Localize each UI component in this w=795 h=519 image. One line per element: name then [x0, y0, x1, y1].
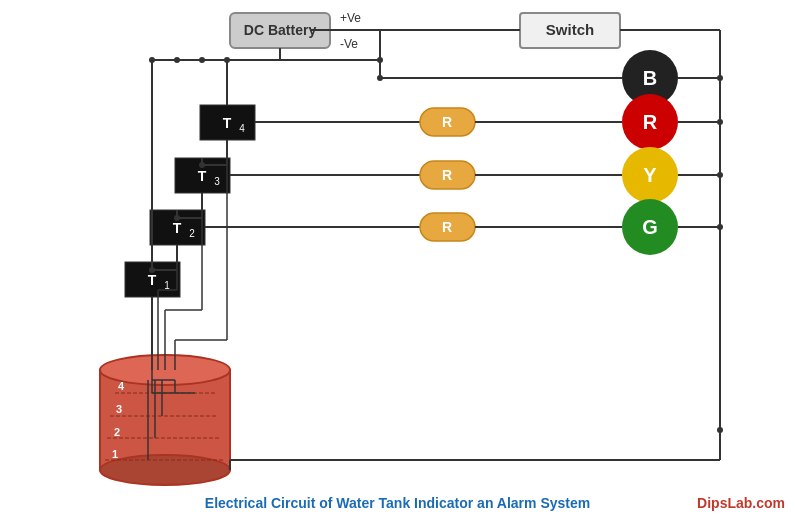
svg-point-67 — [149, 267, 155, 273]
svg-text:2: 2 — [114, 426, 120, 438]
svg-text:G: G — [642, 216, 658, 238]
svg-text:4: 4 — [118, 380, 125, 392]
svg-text:T: T — [223, 115, 232, 131]
svg-point-108 — [717, 119, 723, 125]
svg-point-69 — [199, 57, 205, 63]
svg-point-112 — [377, 57, 383, 63]
svg-text:R: R — [643, 111, 658, 133]
svg-point-113 — [377, 75, 383, 81]
svg-text:1: 1 — [112, 448, 118, 460]
svg-text:-Ve: -Ve — [340, 37, 358, 51]
diagram-container: DC Battery +Ve -Ve Switch B — [0, 0, 795, 519]
svg-point-70 — [174, 57, 180, 63]
svg-text:T: T — [173, 220, 182, 236]
svg-point-107 — [717, 75, 723, 81]
svg-text:DC Battery: DC Battery — [244, 22, 317, 38]
svg-point-68 — [224, 57, 230, 63]
svg-point-66 — [174, 215, 180, 221]
footer-title: Electrical Circuit of Water Tank Indicat… — [205, 495, 590, 511]
svg-point-71 — [149, 57, 155, 63]
brand-label: DipsLab.com — [697, 495, 785, 511]
svg-text:T: T — [148, 272, 157, 288]
svg-text:2: 2 — [189, 228, 195, 239]
svg-text:Switch: Switch — [546, 21, 594, 38]
svg-text:B: B — [643, 67, 657, 89]
svg-text:Y: Y — [643, 164, 657, 186]
svg-text:R: R — [442, 167, 452, 183]
svg-text:+Ve: +Ve — [340, 11, 361, 25]
svg-point-109 — [717, 172, 723, 178]
svg-text:R: R — [442, 219, 452, 235]
svg-text:R: R — [442, 114, 452, 130]
svg-point-65 — [199, 162, 205, 168]
circuit-diagram: DC Battery +Ve -Ve Switch B — [0, 0, 795, 519]
svg-point-111 — [717, 427, 723, 433]
svg-text:T: T — [198, 168, 207, 184]
svg-text:4: 4 — [239, 123, 245, 134]
svg-text:3: 3 — [214, 176, 220, 187]
svg-point-110 — [717, 224, 723, 230]
svg-text:3: 3 — [116, 403, 122, 415]
